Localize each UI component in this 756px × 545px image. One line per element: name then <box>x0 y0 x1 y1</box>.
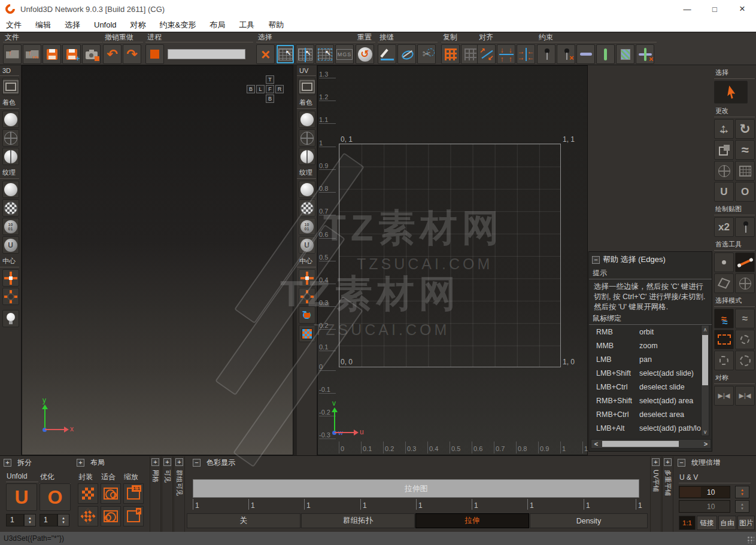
ratio-image-button[interactable]: 图片 <box>737 516 755 530</box>
scroll-down-icon[interactable]: ∨ <box>702 428 709 436</box>
remove-constraint-button[interactable]: × <box>636 44 654 64</box>
tab-optimize[interactable]: 优化 <box>40 471 71 484</box>
expand-icon[interactable]: + <box>175 458 183 466</box>
texture-u-input[interactable]: 10 <box>679 486 730 498</box>
menu-unfold[interactable]: Unfold <box>94 20 117 29</box>
open-uv-button[interactable]: ↑UV <box>23 44 41 64</box>
collapse-icon[interactable]: − <box>592 256 600 264</box>
viewcube-top[interactable]: T <box>266 75 274 84</box>
shade-shaded-wire-uv-button[interactable] <box>299 148 315 165</box>
scroll-up-icon[interactable]: ∧ <box>702 325 709 333</box>
ratio-link-button[interactable]: 链接 <box>697 516 717 530</box>
optimize-iterations-stepper[interactable]: 1 ▲▼ <box>40 514 69 526</box>
viewcube-left[interactable]: L <box>256 85 265 93</box>
edge-tool-button[interactable] <box>735 252 755 272</box>
scale-one-to-one-button[interactable]: 1:1 <box>123 483 144 504</box>
expand-icon[interactable]: + <box>652 458 660 466</box>
close-button[interactable]: × <box>728 0 756 18</box>
shade-solid-uv-button[interactable] <box>299 111 315 128</box>
menu-help[interactable]: 帮助 <box>268 20 284 31</box>
mgs-button[interactable]: MGS <box>335 44 354 64</box>
seam-brush-button[interactable] <box>378 44 396 64</box>
ratio-one-to-one-button[interactable]: 1:1 <box>679 516 696 530</box>
paint-pin-button[interactable] <box>735 217 755 237</box>
resize-grip[interactable] <box>747 536 754 543</box>
stepper-arrows[interactable]: ▲▼ <box>57 514 69 526</box>
texture-binary-uv-button[interactable]: 1001 <box>299 218 315 235</box>
texture-binary-3d-button[interactable]: 1001 <box>2 218 19 235</box>
vstrip-multi-tile-label[interactable]: 多重平铺 <box>663 470 672 496</box>
frame-3d-button[interactable] <box>2 78 19 95</box>
menu-layout[interactable]: 布局 <box>210 20 225 31</box>
save-as-button[interactable]: + <box>62 44 81 64</box>
texture-checker-3d-button[interactable] <box>2 199 19 217</box>
center-mesh-3d-button[interactable] <box>2 288 19 305</box>
expand-icon[interactable]: + <box>77 459 84 467</box>
select-element-button[interactable]: ↖ <box>276 44 294 64</box>
align-vertical-button[interactable]: →←→← <box>517 44 535 64</box>
texture-none-3d-button[interactable] <box>2 181 19 198</box>
expand-icon[interactable]: + <box>664 458 672 466</box>
viewcube-back[interactable]: B <box>247 85 255 93</box>
tab-unfold[interactable]: Unfold <box>6 471 38 482</box>
vstrip-visible-label[interactable]: 可见 <box>163 470 172 483</box>
stretch-map-bar[interactable]: 拉伸图 <box>193 479 639 498</box>
viewport-uv[interactable]: 0, 1 1, 1 0, 0 1, 0 1.3 1.2 1.1 1 0.9 0.… <box>317 65 588 455</box>
color-mode-stretch-button[interactable]: 拉伸 <box>415 513 529 528</box>
scrollbar-thumb[interactable] <box>602 441 679 447</box>
lock-rotation-button[interactable]: ↻ <box>299 306 315 324</box>
move-tool-button[interactable]: ↔↕ <box>714 119 734 139</box>
constrain-grid-button[interactable] <box>616 44 634 64</box>
frame-uv-button[interactable] <box>299 78 315 95</box>
pack-button[interactable] <box>78 483 98 504</box>
scale-tool-button[interactable] <box>714 140 734 160</box>
mode-slide-button[interactable]: ≈≈ <box>714 309 734 328</box>
menu-constraints[interactable]: 约束&变形 <box>160 20 196 31</box>
texture-checker-uv-button[interactable] <box>299 199 315 217</box>
expand-icon[interactable]: + <box>4 459 11 467</box>
reset-button[interactable]: ↺ <box>356 44 374 64</box>
color-mode-topology-button[interactable]: 群组拓扑 <box>301 513 415 528</box>
collapse-icon[interactable]: − <box>678 459 685 467</box>
mirror-weld-button[interactable]: ▶|◀ <box>735 386 755 406</box>
save-button[interactable] <box>42 44 61 64</box>
texture-none-uv-button[interactable] <box>299 181 315 198</box>
sphere-map-button[interactable] <box>714 161 734 181</box>
collapse-icon[interactable]: − <box>193 459 201 467</box>
clamp-u-button[interactable]: U <box>714 182 734 202</box>
viewport-3d[interactable]: T B L F R B y x <box>22 65 293 455</box>
x2-button[interactable]: x2 <box>714 217 734 237</box>
optimize-iterations-value[interactable]: 1 <box>40 514 57 526</box>
vstrip-mesh-label[interactable]: 网格 <box>151 470 160 483</box>
vstrip-group-visible-label[interactable]: 群组可见 <box>175 470 184 496</box>
vstrip-uv-tile-label[interactable]: UV平铺 <box>651 470 660 492</box>
select-edgeloop-button[interactable]: ↖ <box>296 44 314 64</box>
expand-icon[interactable]: + <box>151 458 159 466</box>
unfold-iterations-stepper[interactable]: 1 ▲▼ <box>6 514 36 526</box>
seam-cut-button[interactable]: ✂ <box>417 44 436 64</box>
maximize-button[interactable]: □ <box>701 0 728 18</box>
stepper-arrows[interactable]: ▲▼ <box>24 514 36 526</box>
menu-symmetry[interactable]: 对称 <box>130 20 146 31</box>
fit-button[interactable] <box>101 483 121 504</box>
tab-scale[interactable]: 缩放 <box>123 471 144 484</box>
redo-button[interactable]: ↷ <box>123 44 141 64</box>
stepper-arrows[interactable]: ▲▼ <box>735 486 749 498</box>
center-selection-3d-button[interactable] <box>2 269 19 287</box>
viewcube-bottom[interactable]: B <box>266 95 274 103</box>
checker-tile-button[interactable] <box>299 325 315 342</box>
shade-solid-3d-button[interactable] <box>2 111 19 128</box>
light-button[interactable] <box>2 310 19 327</box>
optimize-button[interactable]: O <box>40 483 71 511</box>
tab-u-and-v[interactable]: U & V <box>679 473 751 483</box>
mode-rect-button[interactable] <box>714 330 734 349</box>
menu-tools[interactable]: 工具 <box>239 20 254 31</box>
center-mesh-uv-button[interactable] <box>299 288 315 305</box>
scroll-right-icon[interactable]: > <box>701 440 711 447</box>
unfold-iterations-value[interactable]: 1 <box>6 514 24 526</box>
pin-button[interactable] <box>537 44 555 64</box>
unpin-button[interactable]: × <box>557 44 575 64</box>
color-mode-density-button[interactable]: Density <box>530 513 648 528</box>
texture-u-stepper[interactable]: ▲▼ <box>735 486 749 498</box>
select-island-button[interactable]: ↖ <box>315 44 334 64</box>
